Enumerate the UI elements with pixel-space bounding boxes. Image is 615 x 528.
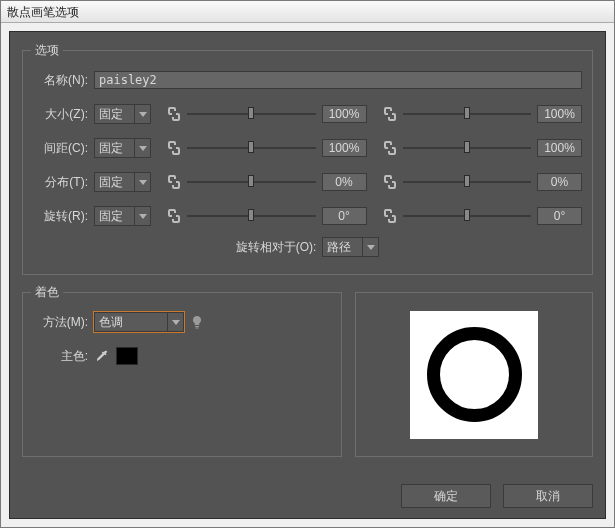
param-value-2[interactable]: 100% [537,139,582,157]
param-slider-1[interactable] [187,173,316,191]
colorization-group: 着色 方法(M): 色调 主色: [22,292,342,457]
options-legend: 选项 [31,42,63,59]
param-label: 旋转(R): [33,208,88,225]
cancel-button[interactable]: 取消 [503,484,593,508]
param-mode-select[interactable]: 固定 [94,206,151,226]
param-mode-value: 固定 [95,208,134,225]
options-group: 选项 名称(N): 大小(Z):固定100%100%间距(C):固定100%10… [22,50,593,275]
name-row: 名称(N): [33,67,582,93]
rotation-relative-select[interactable]: 路径 [322,237,379,257]
link-icon[interactable] [383,140,397,156]
param-slider-1[interactable] [187,207,316,225]
param-value-1[interactable]: 0% [322,173,367,191]
chevron-down-icon [134,207,150,225]
link-icon[interactable] [383,106,397,122]
titlebar: 散点画笔选项 [1,1,614,23]
param-label: 大小(Z): [33,106,88,123]
name-label: 名称(N): [33,72,88,89]
param-mode-select[interactable]: 固定 [94,138,151,158]
link-icon[interactable] [167,174,181,190]
eyedropper-icon[interactable] [94,348,110,364]
param-slider-1[interactable] [187,139,316,157]
param-value-2[interactable]: 0% [537,173,582,191]
tip-icon[interactable] [190,315,204,329]
dialog-window: 散点画笔选项 选项 名称(N): 大小(Z):固定100%100%间距(C):固… [0,0,615,528]
keycolor-row: 主色: [33,343,331,369]
param-value-1[interactable]: 100% [322,105,367,123]
method-value: 色调 [95,314,167,331]
param-mode-select[interactable]: 固定 [94,104,151,124]
chevron-down-icon [134,173,150,191]
link-icon[interactable] [383,174,397,190]
param-slider-2[interactable] [403,173,532,191]
param-mode-value: 固定 [95,140,134,157]
dialog-buttons: 确定 取消 [401,484,593,508]
chevron-down-icon [362,238,378,256]
param-slider-2[interactable] [403,207,532,225]
param-mode-value: 固定 [95,174,134,191]
param-row: 分布(T):固定0%0% [33,169,582,195]
param-label: 分布(T): [33,174,88,191]
link-icon[interactable] [383,208,397,224]
param-value-2[interactable]: 100% [537,105,582,123]
name-input[interactable] [94,71,582,89]
param-slider-2[interactable] [403,139,532,157]
chevron-down-icon [134,139,150,157]
rotation-relative-row: 旋转相对于(O): 路径 [23,237,592,257]
window-title: 散点画笔选项 [7,5,79,19]
link-icon[interactable] [167,208,181,224]
param-mode-select[interactable]: 固定 [94,172,151,192]
chevron-down-icon [167,313,183,331]
dialog-body: 选项 名称(N): 大小(Z):固定100%100%间距(C):固定100%10… [9,31,606,519]
chevron-down-icon [134,105,150,123]
preview-group [355,292,593,457]
method-select[interactable]: 色调 [94,312,184,332]
method-row: 方法(M): 色调 [33,309,331,335]
brush-preview [410,311,538,439]
keycolor-swatch[interactable] [116,347,138,365]
link-icon[interactable] [167,140,181,156]
param-mode-value: 固定 [95,106,134,123]
param-row: 大小(Z):固定100%100% [33,101,582,127]
param-slider-1[interactable] [187,105,316,123]
param-value-1[interactable]: 100% [322,139,367,157]
keycolor-label: 主色: [33,348,88,365]
rotation-relative-label: 旋转相对于(O): [236,239,317,256]
param-slider-2[interactable] [403,105,532,123]
param-value-1[interactable]: 0° [322,207,367,225]
param-value-2[interactable]: 0° [537,207,582,225]
preview-shape [427,327,522,422]
link-icon[interactable] [167,106,181,122]
param-row: 旋转(R):固定0°0° [33,203,582,229]
rotation-relative-value: 路径 [323,239,362,256]
param-row: 间距(C):固定100%100% [33,135,582,161]
method-label: 方法(M): [33,314,88,331]
colorization-legend: 着色 [31,284,63,301]
param-label: 间距(C): [33,140,88,157]
ok-button[interactable]: 确定 [401,484,491,508]
